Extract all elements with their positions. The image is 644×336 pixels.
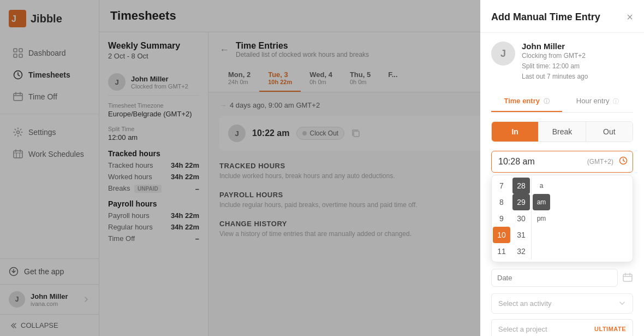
date-input[interactable] xyxy=(491,269,618,287)
picker-hour-8[interactable]: 8 xyxy=(493,194,510,210)
ultimate-badge: ULTIMATE xyxy=(594,326,626,332)
hour-entry-info-icon: ⓘ xyxy=(613,98,619,104)
picker-hour-11[interactable]: 11 xyxy=(493,243,510,260)
tab-hour-entry[interactable]: Hour entry ⓘ xyxy=(562,91,633,112)
date-row xyxy=(491,269,633,287)
time-picker-dropdown: 7 8 9 10 11 28 29 30 31 32 xyxy=(491,175,633,262)
picker-min-32[interactable]: 32 xyxy=(512,243,530,260)
close-button[interactable]: × xyxy=(627,11,633,23)
picker-min-31[interactable]: 31 xyxy=(512,227,530,243)
modal-body: J John Miller Clocking from GMT+2 Split … xyxy=(480,33,644,336)
activity-placeholder: Select an activity xyxy=(498,299,552,308)
project-select[interactable]: Select a project ULTIMATE xyxy=(491,319,633,336)
modal-user-avatar: J xyxy=(491,42,515,66)
hours-column: 7 8 9 10 11 xyxy=(492,175,511,262)
modal-overlay: Add Manual Time Entry × J John Miller Cl… xyxy=(0,0,644,336)
clock-in-tab[interactable]: In xyxy=(492,122,539,142)
clock-break-tab[interactable]: Break xyxy=(539,122,586,142)
clock-type-tabs: In Break Out xyxy=(491,121,633,142)
picker-hour-7[interactable]: 7 xyxy=(493,178,510,194)
timezone-badge: (GMT+2) xyxy=(587,158,613,166)
time-input-container: (GMT+2) xyxy=(491,151,633,173)
picker-min-30[interactable]: 30 xyxy=(512,210,530,227)
tab-time-entry[interactable]: Time entry ⓘ xyxy=(491,91,562,112)
chevron-down-icon xyxy=(618,299,626,307)
picker-min-28[interactable]: 28 xyxy=(512,178,530,194)
picker-hour-10[interactable]: 10 xyxy=(493,227,510,243)
minutes-column: 28 29 30 31 32 xyxy=(511,175,531,262)
picker-pm[interactable]: pm xyxy=(533,210,550,227)
ampm-column: a am pm xyxy=(532,175,551,262)
picker-min-29[interactable]: 29 xyxy=(512,194,530,210)
modal-user-row: J John Miller Clocking from GMT+2 Split … xyxy=(491,42,633,82)
picker-am-selected[interactable]: am xyxy=(533,194,550,210)
calendar-input-icon[interactable] xyxy=(622,272,633,283)
modal-title: Add Manual Time Entry xyxy=(491,11,600,23)
svg-rect-13 xyxy=(623,274,632,281)
time-entry-info-icon: ⓘ xyxy=(544,98,550,104)
time-clock-icon[interactable] xyxy=(619,156,628,167)
picker-am[interactable]: a xyxy=(533,178,550,194)
project-placeholder: Select a project xyxy=(498,325,547,333)
modal-header: Add Manual Time Entry × xyxy=(480,0,644,33)
clock-out-tab[interactable]: Out xyxy=(586,122,633,142)
picker-hour-9[interactable]: 9 xyxy=(493,210,510,227)
activity-dropdown[interactable]: Select an activity xyxy=(491,293,633,314)
entry-type-tabs: Time entry ⓘ Hour entry ⓘ xyxy=(491,91,633,113)
modal-user-name: John Miller xyxy=(522,42,588,51)
modal-panel: Add Manual Time Entry × J John Miller Cl… xyxy=(480,0,644,336)
modal-user-sub: Clocking from GMT+2 Split time: 12:00 am… xyxy=(522,51,588,82)
